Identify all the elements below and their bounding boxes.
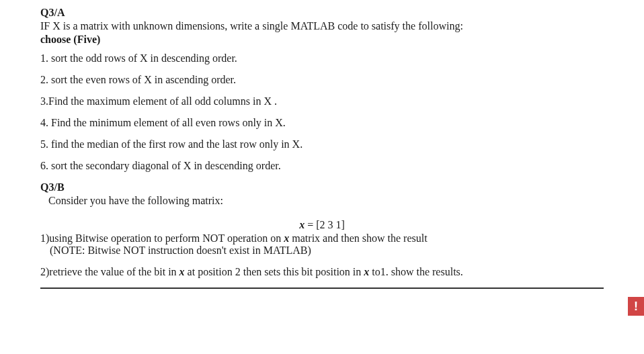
q3b-item1-pre: 1)using Bitwise operation to perform NOT… [40, 232, 284, 244]
q3b-matrix-var: x [299, 219, 305, 230]
q3b-item2-pre: 2)retrieve the value of the bit in [40, 266, 179, 277]
q3b-item2-mid: at position 2 then sets this bit positio… [185, 266, 364, 277]
alert-icon: ! [634, 300, 638, 314]
q3b-matrix-equation: x = [2 3 1] [40, 219, 604, 231]
alert-badge: ! [628, 297, 644, 316]
q3b-item1-post: matrix and then show the result [289, 232, 427, 244]
q3b-label: Q3/B [40, 181, 604, 193]
q3b-item2-var1: x [179, 266, 185, 277]
q3a-item-2: 2. sort the even rows of X in ascending … [40, 74, 604, 86]
q3a-item-3: 3.Find the maximum element of all odd co… [40, 95, 604, 107]
q3a-item-6: 6. sort the secondary diagonal of X in d… [40, 160, 604, 172]
q3b-intro: Consider you have the following matrix: [48, 195, 604, 207]
q3a-item-5: 5. find the median of the first row and … [40, 138, 604, 150]
q3a-label: Q3/A [40, 7, 604, 19]
q3b-item1-note: (NOTE: Bitwise NOT instruction doesn't e… [50, 245, 604, 257]
divider-line [40, 287, 604, 289]
q3b-item2-post: to1. show the results. [369, 266, 463, 277]
q3a-item-4: 4. Find the minimum element of all even … [40, 117, 604, 129]
q3b-matrix-values: = [2 3 1] [305, 219, 345, 230]
q3a-intro: IF X is a matrix with unknown dimensions… [40, 20, 604, 32]
q3b-item-2: 2)retrieve the value of the bit in x at … [40, 266, 604, 278]
q3b-item-1: 1)using Bitwise operation to perform NOT… [40, 232, 604, 257]
q3a-item-1: 1. sort the odd rows of X in descending … [40, 52, 604, 64]
q3a-choose: choose (Five) [40, 34, 604, 46]
